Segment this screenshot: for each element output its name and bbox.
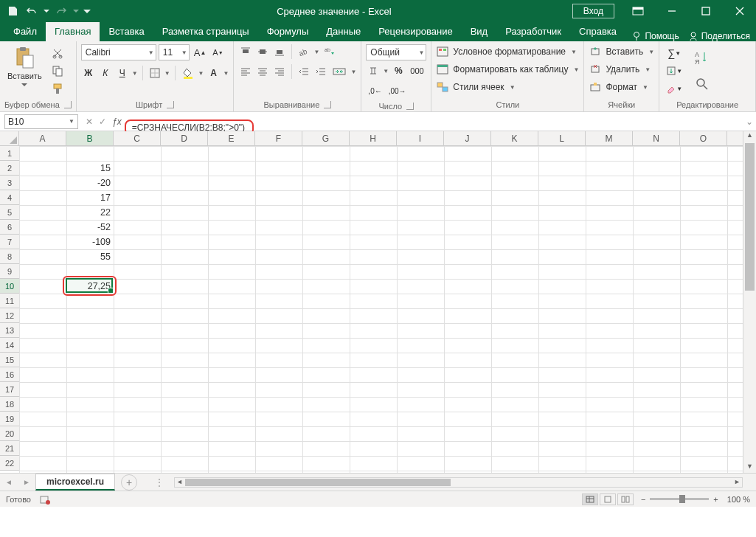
orientation-icon[interactable]: ab xyxy=(296,44,311,59)
col-header[interactable]: A xyxy=(19,131,66,145)
view-normal-icon[interactable] xyxy=(582,493,598,505)
tab-view[interactable]: Вид xyxy=(462,22,497,41)
tab-file[interactable]: Файл xyxy=(4,22,46,41)
tab-review[interactable]: Рецензирование xyxy=(370,22,461,41)
format-table-button[interactable]: Форматировать как таблицу▼ xyxy=(436,63,579,75)
view-pagelayout-icon[interactable] xyxy=(600,493,616,505)
vscroll-thumb[interactable] xyxy=(745,143,755,291)
enter-formula-icon[interactable]: ✓ xyxy=(99,117,106,127)
col-header[interactable]: C xyxy=(114,131,161,145)
decrease-font-icon[interactable]: A▼ xyxy=(210,45,225,60)
scroll-up-icon[interactable]: ▲ xyxy=(743,131,756,142)
vertical-scrollbar[interactable]: ▲ ▼ xyxy=(743,131,756,473)
cell-value[interactable]: -20 xyxy=(66,176,114,190)
col-header[interactable]: D xyxy=(161,131,208,145)
row-header[interactable]: 13 xyxy=(0,323,19,338)
row-header[interactable]: 4 xyxy=(0,190,19,205)
autosum-icon[interactable]: ∑ ▼ xyxy=(664,46,684,60)
row-header[interactable]: 20 xyxy=(0,426,19,441)
row-header[interactable]: 19 xyxy=(0,412,19,426)
decrease-indent-icon[interactable] xyxy=(296,64,311,79)
name-box[interactable]: B10▼ xyxy=(4,114,78,129)
decrease-decimal-icon[interactable]: ,00→ xyxy=(386,83,409,98)
increase-indent-icon[interactable] xyxy=(313,64,328,79)
zoom-out-button[interactable]: − xyxy=(641,495,645,504)
maximize-icon[interactable] xyxy=(690,0,722,22)
increase-font-icon[interactable]: A▲ xyxy=(192,45,209,60)
horizontal-scrollbar[interactable]: ◄ ► xyxy=(174,477,743,488)
col-header[interactable]: N xyxy=(633,131,680,145)
share-button[interactable]: Поделиться xyxy=(688,31,750,41)
underline-button[interactable]: Ч xyxy=(115,66,130,80)
view-pagebreak-icon[interactable] xyxy=(617,493,634,505)
row-header[interactable]: 10 xyxy=(0,279,19,294)
row-header[interactable]: 6 xyxy=(0,220,19,235)
wrap-text-icon[interactable]: ab xyxy=(322,44,339,59)
copy-icon[interactable] xyxy=(49,63,66,78)
qat-customize-icon[interactable] xyxy=(83,3,91,19)
minimize-icon[interactable] xyxy=(656,0,688,22)
tab-nav-prev[interactable]: ◄ xyxy=(0,478,18,486)
tab-nav-next[interactable]: ► xyxy=(18,478,35,486)
close-icon[interactable] xyxy=(724,0,756,22)
tellme-button[interactable]: Помощь xyxy=(631,31,679,41)
percent-icon[interactable]: % xyxy=(391,63,406,78)
italic-button[interactable]: К xyxy=(98,66,113,80)
align-top-icon[interactable] xyxy=(238,44,253,59)
align-bottom-icon[interactable] xyxy=(272,44,287,59)
font-launcher[interactable] xyxy=(167,101,174,108)
row-header[interactable]: 21 xyxy=(0,441,19,456)
col-header[interactable]: B xyxy=(66,131,114,145)
clipboard-launcher[interactable] xyxy=(64,101,72,108)
col-header[interactable]: M xyxy=(586,131,633,145)
redo-dropdown-icon[interactable] xyxy=(72,3,80,19)
row-header[interactable]: 5 xyxy=(0,205,19,220)
row-header[interactable]: 7 xyxy=(0,235,19,249)
cell-value[interactable]: 17 xyxy=(66,190,114,205)
tab-home[interactable]: Главная xyxy=(46,22,100,41)
insert-cells-button[interactable]: Вставить▼ xyxy=(589,46,654,58)
font-name-combo[interactable]: Calibri▼ xyxy=(81,44,156,60)
cell-value[interactable]: 55 xyxy=(66,249,114,264)
sort-filter-icon[interactable]: АЯ xyxy=(692,46,712,69)
hscroll-thumb[interactable] xyxy=(185,479,451,486)
cell-value[interactable]: -52 xyxy=(66,220,114,235)
fx-icon[interactable]: ƒx xyxy=(112,117,122,127)
row-header[interactable]: 8 xyxy=(0,249,19,264)
row-header[interactable]: 3 xyxy=(0,176,19,190)
align-middle-icon[interactable] xyxy=(255,44,270,59)
zoom-in-button[interactable]: + xyxy=(713,495,718,504)
fill-icon[interactable]: ▼ xyxy=(664,63,684,78)
increase-decimal-icon[interactable]: ,0← xyxy=(366,83,384,98)
align-left-icon[interactable] xyxy=(238,64,253,79)
fill-color-icon[interactable] xyxy=(180,66,196,80)
tab-formulas[interactable]: Формулы xyxy=(258,22,318,41)
accounting-icon[interactable] xyxy=(366,63,381,78)
select-all-corner[interactable] xyxy=(0,131,19,146)
sheet-tab[interactable]: microexcel.ru xyxy=(35,474,115,491)
row-header[interactable]: 18 xyxy=(0,397,19,412)
row-header[interactable]: 11 xyxy=(0,294,19,308)
save-icon[interactable] xyxy=(4,3,21,19)
tab-insert[interactable]: Вставка xyxy=(100,22,153,41)
merge-icon[interactable] xyxy=(330,64,348,79)
delete-cells-button[interactable]: Удалить▼ xyxy=(589,63,651,75)
format-cells-button[interactable]: Формат▼ xyxy=(589,81,648,93)
col-header[interactable]: L xyxy=(538,131,586,145)
tab-help[interactable]: Справка xyxy=(570,22,625,41)
align-right-icon[interactable] xyxy=(272,64,287,79)
row-header[interactable]: 16 xyxy=(0,367,19,382)
align-center-icon[interactable] xyxy=(255,64,270,79)
cut-icon[interactable] xyxy=(49,46,66,60)
tab-data[interactable]: Данные xyxy=(317,22,370,41)
bold-button[interactable]: Ж xyxy=(81,66,96,80)
zoom-slider[interactable] xyxy=(650,498,709,500)
col-header[interactable]: O xyxy=(680,131,727,145)
paste-button[interactable]: Вставить xyxy=(4,44,45,89)
col-header[interactable]: K xyxy=(491,131,538,145)
number-format-combo[interactable]: Общий▼ xyxy=(366,44,426,60)
zoom-level[interactable]: 100 % xyxy=(727,495,750,504)
font-color-icon[interactable]: A xyxy=(207,66,221,80)
row-header[interactable]: 12 xyxy=(0,308,19,323)
row-header[interactable]: 2 xyxy=(0,161,19,176)
